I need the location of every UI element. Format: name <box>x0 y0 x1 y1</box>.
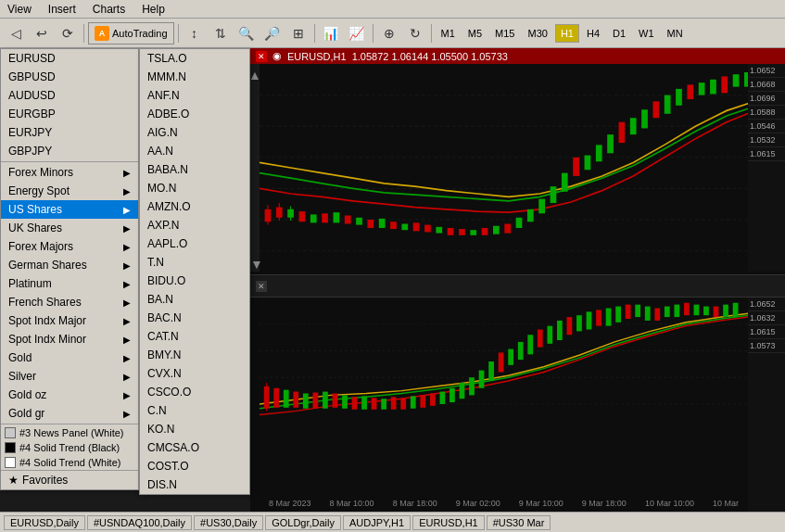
menu-item-gold[interactable]: Gold ▶ <box>1 348 138 367</box>
menu-item-gold-oz[interactable]: Gold oz ▶ <box>1 386 138 404</box>
chart-svg-top <box>260 64 785 272</box>
toolbar-btn-2[interactable]: ↩ <box>30 22 54 44</box>
price-label-7: 1.0615 <box>748 147 785 161</box>
submenu-item-ba[interactable]: BA.N <box>140 290 249 309</box>
status-eurusd[interactable]: EURUSD,Daily <box>4 515 85 530</box>
menu-item-uk-shares[interactable]: UK Shares ▶ <box>1 219 138 237</box>
svg-rect-81 <box>440 392 446 404</box>
price-label-b3: 1.0615 <box>748 325 785 339</box>
toolbar-btn-9[interactable]: 📊 <box>319 22 343 44</box>
price-label-2: 1.0668 <box>748 78 785 92</box>
tf-m1[interactable]: M1 <box>436 24 461 43</box>
submenu-item-cvx[interactable]: CVX.N <box>140 364 249 383</box>
menu-item-eurgbp[interactable]: EURGBP <box>1 105 138 123</box>
toolbar-btn-7[interactable]: 🔎 <box>260 22 285 44</box>
main-layout: EURUSD GBPUSD AUDUSD EURGBP EURJPY GBPJP… <box>0 48 785 512</box>
submenu-item-anf[interactable]: ANF.N <box>140 86 249 105</box>
toolbar-btn-6[interactable]: 🔍 <box>234 22 259 44</box>
autotrading-button[interactable]: A AutoTrading <box>88 22 174 44</box>
submenu-item-tsla[interactable]: TSLA.O <box>140 49 249 68</box>
toolbar-btn-4[interactable]: ↕ <box>183 22 207 44</box>
submenu-item-aapl[interactable]: AAPL.O <box>140 234 249 253</box>
submenu-item-cmcsa[interactable]: CMCSA.O <box>140 438 249 457</box>
tf-h4[interactable]: H4 <box>581 24 605 43</box>
chart-close-btn[interactable]: ✕ <box>256 51 267 62</box>
submenu-item-bidu[interactable]: BIDU.O <box>140 272 249 290</box>
submenu-item-cost[interactable]: COST.O <box>140 457 249 475</box>
submenu-item-dis[interactable]: DIS.N <box>140 475 249 494</box>
submenu-item-bac[interactable]: BAC.N <box>140 309 249 327</box>
toolbar-btn-5[interactable]: ⇅ <box>209 22 233 44</box>
menu-item-forex-minors[interactable]: Forex Minors ▶ <box>1 163 138 182</box>
menu-charts[interactable]: Charts <box>89 2 129 17</box>
submenu-item-t[interactable]: T.N <box>140 253 249 272</box>
status-gold[interactable]: GOLDgr,Daily <box>265 515 341 530</box>
svg-rect-93 <box>557 321 563 340</box>
submenu-item-c[interactable]: C.N <box>140 401 249 420</box>
submenu-item-cat[interactable]: CAT.N <box>140 327 249 346</box>
status-us30-mar[interactable]: #US30 Mar <box>487 515 551 530</box>
menu-item-eurusd[interactable]: EURUSD <box>1 49 138 68</box>
tf-m5[interactable]: M5 <box>462 24 487 43</box>
nav-icon-solid-trend-black[interactable]: #4 Solid Trend (Black) <box>1 440 138 455</box>
submenu-item-aig[interactable]: AIG.N <box>140 123 249 142</box>
tf-d1[interactable]: D1 <box>607 24 631 43</box>
submenu-item-mmm[interactable]: MMM.N <box>140 68 249 86</box>
svg-rect-50 <box>733 74 740 86</box>
toolbar-btn-11[interactable]: ⊕ <box>377 22 401 44</box>
toolbar-btn-10[interactable]: 📈 <box>345 22 369 44</box>
tf-m15[interactable]: M15 <box>489 24 520 43</box>
toolbar-btn-12[interactable]: ↻ <box>403 22 427 44</box>
svg-rect-94 <box>567 317 573 335</box>
submenu-item-ko[interactable]: KO.N <box>140 420 249 438</box>
status-nasdaq[interactable]: #USNDAQ100,Daily <box>87 515 192 530</box>
menu-item-gbpjpy[interactable]: GBPJPY <box>1 142 138 160</box>
svg-rect-98 <box>606 308 612 325</box>
menu-item-energy-spot[interactable]: Energy Spot ▶ <box>1 182 138 200</box>
menu-help[interactable]: Help <box>138 2 169 17</box>
svg-rect-101 <box>635 305 640 317</box>
toolbar-btn-8[interactable]: ⊞ <box>286 22 310 44</box>
chart-body-bottom[interactable]: 1.0652 1.0632 1.0615 1.0573 8 Mar 2023 8… <box>250 298 785 512</box>
menu-item-spot-indx-major[interactable]: Spot Indx Major ▶ <box>1 311 138 330</box>
menu-item-eurjpy[interactable]: EURJPY <box>1 123 138 142</box>
nav-icon-solid-trend-white[interactable]: #4 Solid Trend (White) <box>1 455 138 470</box>
menu-item-gold-gr[interactable]: Gold gr ▶ <box>1 404 138 423</box>
tf-m30[interactable]: M30 <box>523 24 553 43</box>
nav-icon-news-panel[interactable]: #3 News Panel (White) <box>1 425 138 440</box>
submenu-item-mo[interactable]: MO.N <box>140 179 249 197</box>
submenu-item-amzn[interactable]: AMZN.O <box>140 197 249 216</box>
svg-rect-103 <box>654 308 660 320</box>
menu-insert[interactable]: Insert <box>44 2 80 17</box>
submenu-item-axp[interactable]: AXP.N <box>140 216 249 234</box>
submenu-us-shares: TSLA.O MMM.N ANF.N ADBE.O AIG.N AA.N BAB… <box>139 48 250 495</box>
menu-item-us-shares[interactable]: US Shares ▶ <box>1 200 138 219</box>
tf-mn[interactable]: MN <box>662 24 689 43</box>
toolbar-btn-3[interactable]: ⟳ <box>56 22 80 44</box>
menu-item-french-shares[interactable]: French Shares ▶ <box>1 293 138 311</box>
chart-body-top[interactable]: ▲ <box>250 64 785 272</box>
tf-w1[interactable]: W1 <box>633 24 660 43</box>
menu-item-german-shares[interactable]: German Shares ▶ <box>1 256 138 274</box>
svg-rect-34 <box>551 186 557 203</box>
menu-item-forex-majors[interactable]: Forex Majors ▶ <box>1 237 138 256</box>
tf-h1[interactable]: H1 <box>555 24 579 43</box>
menu-item-silver[interactable]: Silver ▶ <box>1 367 138 386</box>
submenu-item-csco[interactable]: CSCO.O <box>140 383 249 401</box>
favorites-bar[interactable]: ★ Favorites <box>1 471 138 489</box>
submenu-item-adbe[interactable]: ADBE.O <box>140 105 249 123</box>
status-eurusd-h1[interactable]: EURUSD,H1 <box>412 515 485 530</box>
menu-item-platinum[interactable]: Platinum ▶ <box>1 274 138 293</box>
autotrading-label: AutoTrading <box>112 28 168 39</box>
submenu-item-bmy[interactable]: BMY.N <box>140 346 249 364</box>
toolbar-btn-1[interactable]: ◁ <box>4 22 28 44</box>
menu-item-gbpusd[interactable]: GBPUSD <box>1 68 138 86</box>
menu-view[interactable]: View <box>4 2 35 17</box>
submenu-item-aa[interactable]: AA.N <box>140 142 249 160</box>
status-us30[interactable]: #US30,Daily <box>194 515 263 530</box>
chart2-close-btn[interactable]: ✕ <box>256 281 267 292</box>
menu-item-spot-indx-minor[interactable]: Spot Indx Minor ▶ <box>1 330 138 348</box>
menu-item-audusd[interactable]: AUDUSD <box>1 86 138 105</box>
submenu-item-baba[interactable]: BABA.N <box>140 160 249 179</box>
status-audjpy[interactable]: AUDJPY,H1 <box>343 515 411 530</box>
